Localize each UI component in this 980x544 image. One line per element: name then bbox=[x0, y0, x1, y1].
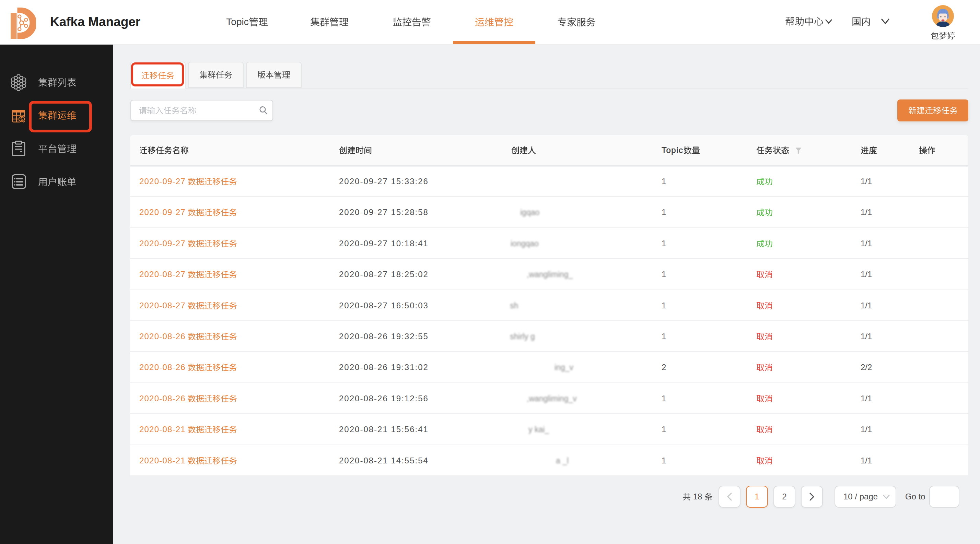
svg-text:$: $ bbox=[20, 116, 23, 122]
